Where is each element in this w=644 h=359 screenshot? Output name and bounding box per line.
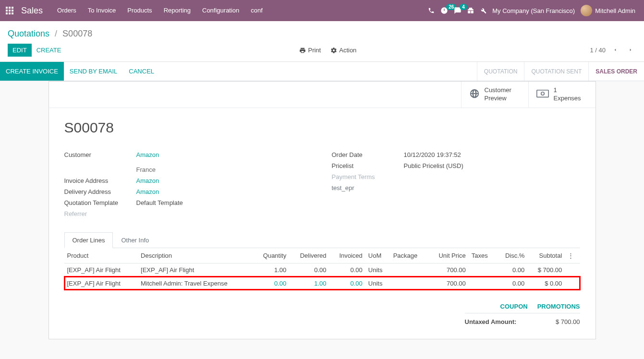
customer-preview-button[interactable]: Customer Preview [461, 82, 528, 108]
breadcrumb-sep: / [55, 29, 57, 38]
tab-order-lines[interactable]: Order Lines [64, 232, 113, 248]
wrench-icon[interactable] [480, 7, 486, 14]
pager-next[interactable] [625, 44, 636, 56]
cell-uom: Units [365, 276, 390, 290]
th-taxes[interactable]: Taxes [469, 248, 496, 263]
nav-products[interactable]: Products [122, 0, 158, 21]
invoice-address-link[interactable]: Amazon [136, 177, 159, 184]
form-sheet: Customer Preview 1 Expenses S00078 C [49, 81, 596, 339]
th-uom[interactable]: UoM [365, 248, 390, 263]
cell-package [390, 263, 428, 276]
pager: 1 / 40 [590, 44, 636, 56]
phone-icon[interactable] [428, 7, 435, 14]
cell-disc: 0.00 [496, 276, 527, 290]
promotions-button[interactable]: PROMOTIONS [537, 303, 580, 310]
order-date-label: Order Date [332, 151, 404, 158]
th-product[interactable]: Product [64, 248, 138, 263]
nav-menu: Orders To Invoice Products Reporting Con… [51, 0, 268, 21]
form-right-col: Order Date 10/12/2020 19:37:52 Pricelist… [332, 149, 580, 219]
untaxed-value: $ 700.00 [556, 318, 580, 325]
th-description[interactable]: Description [138, 248, 253, 263]
tab-other-info[interactable]: Other Info [113, 232, 157, 248]
print-label: Print [308, 47, 321, 54]
activities-icon[interactable]: 26 [440, 7, 448, 14]
control-bar: Quotations / S00078 EDIT CREATE Print Ac… [0, 21, 644, 62]
cell-product: [EXP_AF] Air Flight [64, 276, 138, 290]
coupon-row: COUPON PROMOTIONS [64, 290, 580, 313]
cell-description: [EXP_AF] Air Flight [138, 263, 253, 276]
table-row[interactable]: [EXP_AF] Air Flight Mitchell Admin: Trav… [64, 276, 580, 290]
nav-conf[interactable]: conf [245, 0, 268, 21]
delivery-address-link[interactable]: Amazon [136, 188, 159, 195]
cancel-button[interactable]: CANCEL [123, 62, 160, 81]
cell-subtotal: $ 700.00 [527, 263, 565, 276]
user-menu[interactable]: Mitchell Admin [581, 5, 635, 16]
action-label: Action [339, 47, 356, 54]
edit-button[interactable]: EDIT [8, 44, 32, 57]
template-value: Default Template [136, 199, 313, 206]
svg-point-10 [541, 92, 544, 96]
expenses-button[interactable]: 1 Expenses [528, 82, 595, 108]
customer-label: Customer [64, 151, 136, 173]
cell-description: Mitchell Admin: Travel Expense [138, 276, 253, 290]
th-delivered[interactable]: Delivered [289, 248, 329, 263]
svg-rect-6 [6, 12, 8, 14]
nav-reporting[interactable]: Reporting [158, 0, 196, 21]
brand[interactable]: Sales [19, 6, 51, 16]
nav-orders[interactable]: Orders [51, 0, 82, 21]
send-email-button[interactable]: SEND BY EMAIL [64, 62, 123, 81]
customer-link[interactable]: Amazon [136, 151, 159, 158]
action-button[interactable]: Action [330, 47, 356, 54]
print-button[interactable]: Print [299, 47, 321, 54]
pricelist-value: Public Pricelist (USD) [404, 162, 580, 169]
th-subtotal[interactable]: Subtotal [527, 248, 565, 263]
cell-quantity: 1.00 [253, 263, 289, 276]
messages-icon[interactable]: 4 [454, 7, 462, 14]
avatar-icon [581, 5, 592, 16]
th-invoiced[interactable]: Invoiced [329, 248, 365, 263]
svg-rect-8 [12, 12, 13, 14]
globe-icon [469, 88, 480, 100]
stat-buttons: Customer Preview 1 Expenses [49, 82, 595, 108]
nav-configuration[interactable]: Configuration [196, 0, 245, 21]
svg-rect-5 [12, 10, 13, 12]
payment-terms-label: Payment Terms [332, 173, 404, 180]
create-button[interactable]: CREATE [32, 44, 66, 56]
breadcrumb: Quotations / S00078 [8, 25, 636, 44]
nav-to-invoice[interactable]: To Invoice [82, 0, 122, 21]
test-epr-label: test_epr [332, 184, 404, 191]
nav-right: 26 4 My Company (San Francisco) Mitchell… [424, 5, 639, 16]
coupon-button[interactable]: COUPON [500, 303, 528, 310]
svg-rect-2 [12, 7, 13, 9]
cell-delivered: 0.00 [289, 263, 329, 276]
table-row[interactable]: [EXP_AF] Air Flight [EXP_AF] Air Flight … [64, 263, 580, 276]
th-kebab-icon[interactable]: ⋮ [565, 248, 580, 263]
status-quotation-sent[interactable]: QUOTATION SENT [524, 62, 588, 81]
gift-icon[interactable] [467, 7, 474, 14]
cell-invoiced: 0.00 [329, 276, 365, 290]
cell-product: [EXP_AF] Air Flight [64, 263, 138, 276]
expenses-label: Expenses [554, 95, 581, 103]
preview-line2: Preview [485, 95, 511, 103]
th-package[interactable]: Package [390, 248, 428, 263]
svg-rect-7 [9, 12, 11, 14]
status-quotation[interactable]: QUOTATION [477, 62, 524, 81]
cell-uom: Units [365, 263, 390, 276]
cell-taxes [469, 263, 496, 276]
cell-disc: 0.00 [496, 263, 527, 276]
pager-text[interactable]: 1 / 40 [590, 47, 606, 54]
breadcrumb-root[interactable]: Quotations [8, 29, 49, 38]
company-switcher[interactable]: My Company (San Francisco) [492, 7, 575, 14]
th-unit-price[interactable]: Unit Price [428, 248, 469, 263]
apps-icon[interactable] [0, 0, 19, 21]
svg-rect-4 [9, 10, 11, 12]
untaxed-label: Untaxed Amount: [465, 318, 517, 325]
cell-quantity: 0.00 [253, 276, 289, 290]
pager-prev[interactable] [609, 44, 621, 56]
create-invoice-button[interactable]: CREATE INVOICE [0, 62, 64, 81]
money-icon [536, 89, 549, 99]
user-name: Mitchell Admin [595, 7, 635, 14]
status-sales-order[interactable]: SALES ORDER [588, 62, 644, 81]
th-quantity[interactable]: Quantity [253, 248, 289, 263]
th-disc[interactable]: Disc.% [496, 248, 527, 263]
